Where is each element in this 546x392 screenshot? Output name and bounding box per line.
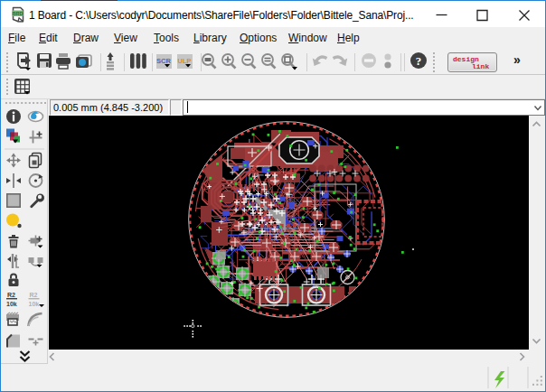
svg-text:R2: R2 xyxy=(30,292,38,298)
svg-text:ULP: ULP xyxy=(178,57,192,65)
svg-text:10k: 10k xyxy=(29,301,40,307)
svg-text:R2: R2 xyxy=(7,292,15,298)
svg-text:?: ? xyxy=(416,54,422,68)
svg-text:10k: 10k xyxy=(6,301,17,307)
svg-text:BRD: BRD xyxy=(13,11,24,16)
svg-text:SCR: SCR xyxy=(156,57,171,65)
